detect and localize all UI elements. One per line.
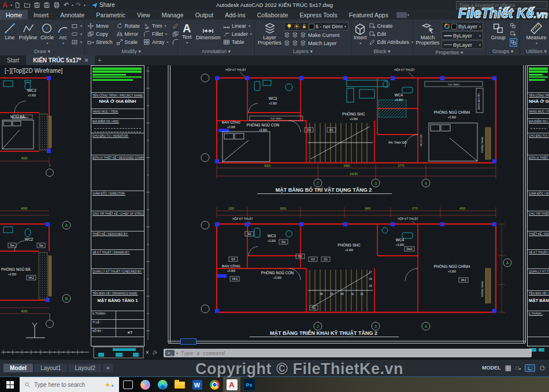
undo-caret[interactable]: ▾ bbox=[72, 3, 73, 7]
model-space-badge[interactable]: MODEL bbox=[482, 365, 501, 371]
layer-properties-button[interactable]: Layer Properties bbox=[257, 21, 282, 46]
match-properties-button[interactable]: Match Properties bbox=[416, 21, 440, 46]
tab-parametric[interactable]: Parametric bbox=[90, 10, 131, 20]
leader-button[interactable]: Leader▾ bbox=[223, 30, 252, 38]
drawing-area[interactable]: WC2 +3.300 TIVI TREO NGỦ BÀ 4000 4000 bbox=[0, 65, 549, 359]
tab-collaborate[interactable]: Collaborate bbox=[251, 10, 294, 20]
copy-button[interactable]: Copy bbox=[87, 30, 113, 38]
linetype-dropdown[interactable]: ByLayer▾ bbox=[442, 40, 483, 49]
panel-utilities-title[interactable]: Utilities ▾ bbox=[520, 48, 549, 55]
redo-icon[interactable]: ↷ bbox=[74, 1, 83, 9]
command-input[interactable] bbox=[180, 350, 530, 357]
match-layer-button[interactable]: Match Layer bbox=[284, 39, 348, 47]
tab-express-tools[interactable]: Express Tools bbox=[294, 10, 343, 20]
tab-layout2[interactable]: Layout2 bbox=[68, 364, 102, 372]
new-drawing-tab-button[interactable]: + bbox=[95, 55, 104, 65]
rotate-button[interactable]: Rotate bbox=[116, 22, 140, 29]
line-button[interactable]: Line bbox=[2, 21, 17, 40]
ellipse-icon[interactable]: ▾ bbox=[71, 30, 82, 38]
arc-button[interactable]: Arc▾ bbox=[57, 21, 69, 46]
ribbon-display-toggle[interactable]: ▾ bbox=[396, 10, 409, 20]
tab-view[interactable]: View bbox=[131, 10, 156, 20]
dimension-button[interactable]: Dimension bbox=[195, 21, 221, 40]
edit-attributes-button[interactable]: Edit Attributes▾ bbox=[369, 38, 414, 46]
tab-addins[interactable]: Add-ins bbox=[219, 10, 251, 20]
command-bar[interactable]: >_ ▾ bbox=[164, 349, 532, 357]
drawing-canvas[interactable]: WC2 +3.300 TIVI TREO NGỦ BÀ 4000 4000 bbox=[0, 65, 549, 359]
panel-groups-title[interactable]: Groups ▾ bbox=[486, 48, 520, 55]
snap-mode-icon[interactable]: ∷▾ bbox=[515, 365, 521, 371]
open-file-icon[interactable] bbox=[23, 1, 31, 9]
close-commandline-icon[interactable]: × bbox=[146, 349, 149, 356]
undo-icon[interactable]: ↶ bbox=[62, 1, 71, 9]
save-as-icon[interactable] bbox=[42, 1, 51, 9]
start-button[interactable] bbox=[0, 377, 20, 392]
ortho-mode-icon[interactable]: ∟ bbox=[525, 364, 535, 372]
tab-output[interactable]: Output bbox=[190, 10, 220, 20]
tab-manage[interactable]: Manage bbox=[156, 10, 190, 20]
panel-annotation-title[interactable]: Annotation ▾ bbox=[178, 48, 254, 55]
stretch-button[interactable]: Stretch bbox=[87, 38, 113, 46]
group-select-icon[interactable] bbox=[510, 38, 517, 47]
tab-model[interactable]: Model bbox=[3, 364, 33, 372]
save-icon[interactable] bbox=[32, 1, 41, 9]
hatch-icon[interactable]: ▾ bbox=[71, 38, 82, 46]
scale-button[interactable]: Scale bbox=[116, 38, 140, 46]
customize-wrench-icon[interactable] bbox=[152, 350, 158, 356]
measure-button[interactable]: Measure▾ bbox=[522, 21, 549, 46]
word-icon[interactable]: W bbox=[188, 377, 206, 392]
edit-block-button[interactable]: Edit bbox=[369, 30, 414, 38]
close-tab-icon[interactable]: × bbox=[84, 57, 88, 64]
panel-modify-title[interactable]: Modify ▾ bbox=[85, 48, 177, 55]
grid-display-icon[interactable]: ▦ bbox=[505, 364, 511, 372]
autocad-taskbar-icon[interactable]: A bbox=[223, 377, 240, 392]
tab-annotate[interactable]: Annotate bbox=[54, 10, 90, 20]
share-icon[interactable] bbox=[90, 1, 99, 9]
array-button[interactable]: Array▾ bbox=[143, 38, 169, 46]
edge-icon[interactable] bbox=[154, 377, 171, 392]
panel-block-title[interactable]: Block ▾ bbox=[351, 48, 413, 55]
tab-insert[interactable]: Insert bbox=[28, 10, 54, 20]
linear-button[interactable]: Linear▾ bbox=[223, 22, 252, 29]
lineweight-dropdown[interactable]: ByLayer▾ bbox=[442, 31, 483, 40]
panel-draw-title[interactable]: Draw ▾ bbox=[0, 48, 84, 55]
file-explorer-icon[interactable] bbox=[171, 377, 188, 392]
fillet-button[interactable]: Fillet▾ bbox=[143, 30, 169, 38]
tab-layout1[interactable]: Layout1 bbox=[34, 364, 68, 372]
color-dropdown[interactable]: ByLayer▾ bbox=[442, 22, 483, 31]
circle-button[interactable]: Circle▾ bbox=[39, 21, 55, 46]
move-button[interactable]: Move bbox=[87, 22, 113, 29]
panel-layers-title[interactable]: Layers ▾ bbox=[255, 48, 351, 55]
command-prompt-icon[interactable]: >_ bbox=[165, 350, 175, 356]
trim-button[interactable]: Trim▾ bbox=[143, 22, 169, 29]
redo-caret[interactable]: ▾ bbox=[84, 3, 86, 7]
task-view-button[interactable] bbox=[119, 377, 136, 392]
insert-button[interactable]: Insert▾ bbox=[354, 21, 367, 46]
app-logo[interactable]: A bbox=[1, 1, 9, 9]
rectangle-icon[interactable]: ▾ bbox=[71, 22, 82, 29]
text-button[interactable]: A Text▾ bbox=[180, 21, 194, 46]
tab-drawing[interactable]: KIẾN TRÚC 5x17* × bbox=[26, 55, 95, 65]
make-current-button[interactable]: Make Current bbox=[284, 31, 348, 39]
new-layout-button[interactable]: + bbox=[103, 364, 113, 372]
plot-icon[interactable] bbox=[52, 1, 61, 9]
taskbar-search[interactable]: Type here to search ✦✦ bbox=[20, 377, 119, 392]
table-button[interactable]: Table bbox=[223, 38, 252, 46]
new-file-icon[interactable] bbox=[13, 1, 21, 9]
tab-home[interactable]: Home bbox=[0, 10, 28, 20]
layer-dropdown[interactable]: 6 - net Dims▾ bbox=[284, 22, 348, 31]
tab-featured-apps[interactable]: Featured Apps bbox=[343, 10, 394, 20]
isodraft-icon[interactable] bbox=[539, 365, 546, 371]
tab-start[interactable]: Start bbox=[0, 55, 26, 65]
group-button[interactable]: Group bbox=[488, 21, 508, 40]
copilot-icon[interactable] bbox=[136, 377, 154, 392]
polyline-button[interactable]: Polyline bbox=[18, 21, 38, 40]
command-caret[interactable]: ▾ bbox=[176, 351, 178, 355]
mirror-button[interactable]: Mirror bbox=[116, 30, 140, 38]
viewport-controls[interactable]: [−][Top][2D Wireframe] bbox=[5, 68, 62, 74]
photoshop-icon[interactable]: Ps bbox=[240, 377, 258, 392]
chrome-icon[interactable] bbox=[206, 377, 223, 392]
group-edit-icon[interactable] bbox=[510, 30, 517, 38]
ungroup-icon[interactable] bbox=[510, 22, 517, 29]
create-block-button[interactable]: Create bbox=[369, 22, 414, 29]
